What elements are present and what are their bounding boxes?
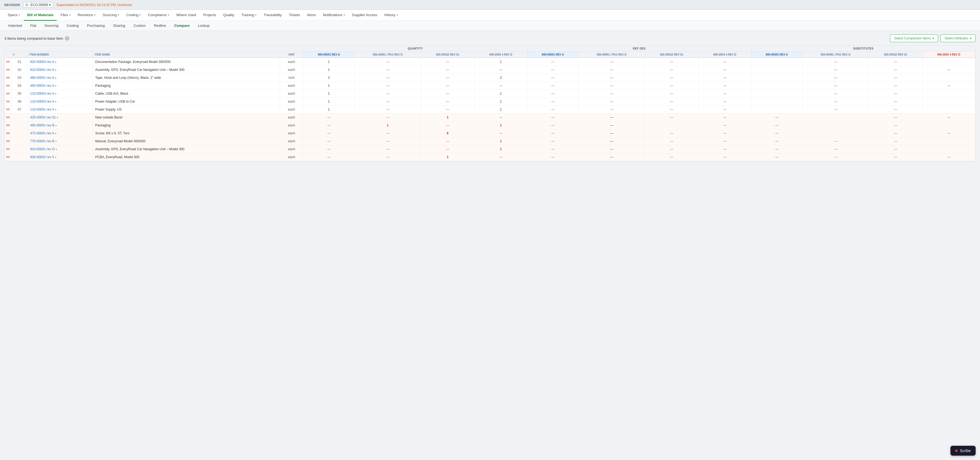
items-count: 3 Items being compared to base Item ?: [5, 36, 69, 41]
refdes-cell-3: —: [698, 106, 751, 114]
row-expand-arrow[interactable]: >>: [5, 74, 11, 82]
nav-item-training[interactable]: Training ▾: [238, 10, 260, 21]
nav-item-history[interactable]: History ▾: [381, 10, 401, 21]
refdes-cell-0: —: [527, 58, 578, 66]
qty-cell-2: —: [421, 58, 474, 66]
row-expand-arrow[interactable]: >>: [5, 82, 11, 90]
item-number-link[interactable]: 110-00003 rev A ▾: [28, 98, 93, 106]
sub-cell-1: [802, 129, 869, 137]
unit-cell: each: [280, 66, 303, 74]
item-number-link[interactable]: 110-00001 rev A ▾: [28, 106, 93, 114]
nav-item-revisions[interactable]: Revisions ▾: [75, 10, 99, 21]
nav-item-specs[interactable]: Specs ▾: [5, 10, 23, 21]
item-number-link[interactable]: 810-00001 rev A ▾: [28, 66, 93, 74]
table-row: >>01820-00003 rev A ▾Documentation Packa…: [5, 58, 975, 66]
refdes-cell-0: —: [527, 137, 578, 145]
table-row: >>830-00002 rev 5 ▾PCBA, EveryRoad, Mode…: [5, 153, 975, 161]
tab-indented[interactable]: Indented: [5, 22, 26, 30]
chevron-down-icon: ▾: [19, 13, 20, 16]
scribe-button[interactable]: Scribe: [950, 446, 975, 455]
tab-redline[interactable]: Redline: [150, 22, 170, 30]
row-expand-arrow[interactable]: >>: [5, 66, 11, 74]
scribe-label: Scribe: [960, 449, 971, 453]
item-number-link[interactable]: 810-00001 rev D ▾: [28, 145, 93, 153]
nav-item-supplieraccess[interactable]: Supplier Access: [349, 10, 381, 21]
qty-cell-3: —: [474, 129, 527, 137]
sub-cell-2: —: [869, 114, 922, 122]
unit-cell: each: [280, 82, 303, 90]
row-expand-arrow[interactable]: >>: [5, 106, 11, 114]
refdes-cell-1: —: [578, 82, 645, 90]
sub-cell-0: —: [751, 129, 802, 137]
nav-item-compliance[interactable]: Compliance ▾: [145, 10, 172, 21]
item-number-link[interactable]: 480-00001 rev A ▾: [28, 74, 93, 82]
row-expand-arrow[interactable]: >>: [5, 58, 11, 66]
item-number-link[interactable]: 465-00001 rev A ▾: [28, 82, 93, 90]
revision-selector[interactable]: A - ECO-00009 ▾: [23, 2, 53, 8]
sub-cell-2: —: [869, 122, 922, 129]
item-number-link[interactable]: 770-00001 rev B ▾: [28, 137, 93, 145]
help-icon[interactable]: ?: [65, 36, 69, 41]
tab-sourcing[interactable]: Sourcing: [40, 22, 62, 30]
nav-item-projects[interactable]: Projects: [200, 10, 219, 21]
qty-cell-3: 1: [474, 90, 527, 98]
tab-compare[interactable]: Compare: [170, 22, 193, 30]
sub-cell-2: —: [869, 129, 922, 137]
tab-costing[interactable]: Costing: [63, 22, 83, 30]
row-expand-arrow[interactable]: >>: [5, 145, 11, 153]
nav-item-whereused[interactable]: Where Used: [173, 10, 199, 21]
row-expand-arrow[interactable]: >>: [5, 90, 11, 98]
nav-item-notifications[interactable]: Notifications ▾: [320, 10, 348, 21]
qty-cell-2: —: [421, 145, 474, 153]
table-row: >>472-00001 rev A ▾Screw, M3 x 6, ST, To…: [5, 129, 975, 137]
item-number-link[interactable]: 115-00003 rev A ▾: [28, 90, 93, 98]
item-number-link[interactable]: 465-00001 rev B ▾: [28, 122, 93, 129]
nav-item-bom[interactable]: Bill of Materials: [24, 10, 57, 21]
revision-label: REVISION: [5, 3, 20, 6]
row-expand-arrow[interactable]: >>: [5, 122, 11, 129]
select-attributes-button[interactable]: Select Attributes ▾: [940, 35, 975, 42]
row-expand-arrow[interactable]: >>: [5, 129, 11, 137]
refdes-cell-3: —: [698, 74, 751, 82]
tab-lookup[interactable]: Lookup: [194, 22, 213, 30]
nav-item-tickets[interactable]: Tickets: [285, 10, 303, 21]
qty-cell-0: 1: [303, 82, 355, 90]
refdes-cell-0: —: [527, 66, 578, 74]
sub-cell-1: [802, 122, 869, 129]
nav-item-sourcing[interactable]: Sourcing ▾: [99, 10, 123, 21]
refdes-cell-1: —: [578, 106, 645, 114]
nav-item-quality[interactable]: Quality: [220, 10, 237, 21]
row-expand-arrow[interactable]: >>: [5, 137, 11, 145]
item-number-link[interactable]: 830-00002 rev 5 ▾: [28, 153, 93, 161]
sub-cell-0: [751, 74, 802, 82]
item-number-link[interactable]: 425-00001 rev 01 ▾: [28, 114, 93, 122]
tab-sharing[interactable]: Sharing: [109, 22, 129, 30]
sub-cell-2: —: [869, 58, 922, 66]
sub-cell-0: —: [751, 153, 802, 161]
item-number-link[interactable]: 820-00003 rev A ▾: [28, 58, 93, 66]
table-row: >>465-00001 rev B ▾Packagingeach—1—1————…: [5, 122, 975, 129]
tab-purchasing[interactable]: Purchasing: [83, 22, 109, 30]
nav-item-costing[interactable]: Costing ▾: [123, 10, 144, 21]
col-sub-900a: 900-00001 REV A: [751, 52, 802, 58]
sub-cell-2: —: [869, 106, 922, 114]
tab-custom[interactable]: Custom: [130, 22, 150, 30]
row-expand-arrow[interactable]: >>: [5, 114, 11, 122]
qty-cell-0: —: [303, 129, 355, 137]
tab-flat[interactable]: Flat: [27, 22, 40, 30]
unit-cell: each: [280, 122, 303, 129]
item-name: New outside Bezel: [93, 114, 280, 122]
item-number-link[interactable]: 472-00001 rev A ▾: [28, 129, 93, 137]
sub-cell-0: [751, 98, 802, 106]
sub-nav: Indented Flat Sourcing Costing Purchasin…: [0, 21, 980, 31]
row-expand-arrow[interactable]: >>: [5, 153, 11, 161]
nav-item-traceability[interactable]: Traceability: [260, 10, 285, 21]
row-expand-arrow[interactable]: >>: [5, 98, 11, 106]
nav-item-items[interactable]: Items: [304, 10, 319, 21]
nav-item-files[interactable]: Files ▾: [57, 10, 74, 21]
table-row: >>02810-00001 rev A ▾Assembly, GPS, Ever…: [5, 66, 975, 74]
refdes-cell-0: —: [527, 98, 578, 106]
col-unit: UNIT: [280, 52, 303, 58]
select-comparison-items-button[interactable]: Select Comparison Items ▾: [890, 35, 938, 42]
refdes-cell-2: —: [645, 74, 698, 82]
